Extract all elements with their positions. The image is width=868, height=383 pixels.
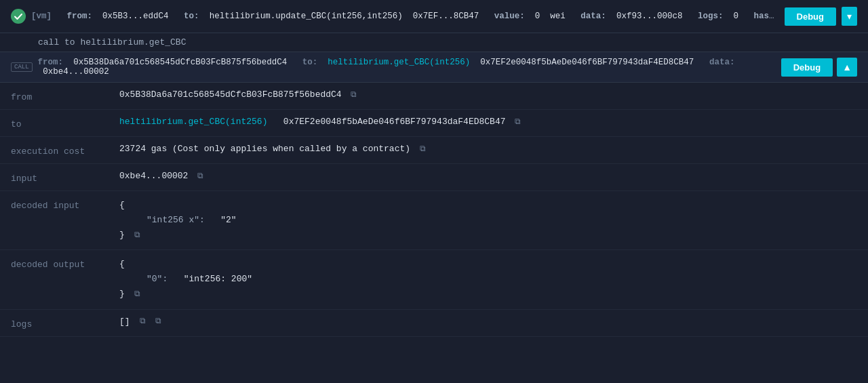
decoded-output-label: decoded output bbox=[0, 250, 108, 309]
decoded-output-entry: "0": "int256: 200" bbox=[119, 272, 857, 287]
call-text: from: 0x5B38Da6a701c568545dCfcB03FcB875f… bbox=[38, 58, 776, 77]
detail-table: from 0x5B38Da6a701c568545dCfcB03FcB875f5… bbox=[0, 83, 868, 337]
decoded-input-label: decoded input bbox=[0, 191, 108, 250]
from-row-label: from bbox=[0, 83, 108, 110]
to-row-label: to bbox=[0, 110, 108, 137]
call-data-label: data: bbox=[709, 58, 735, 67]
decoded-input-copy-icon[interactable]: ⧉ bbox=[134, 228, 140, 242]
call-from-label: from: bbox=[38, 58, 64, 67]
logs-content: [] ⧉ ⧉ bbox=[119, 317, 857, 327]
decoded-input-close: } bbox=[119, 228, 125, 243]
call-line: call to heltilibrium.get_CBC bbox=[0, 33, 868, 52]
from-label: from: bbox=[67, 12, 93, 21]
transaction-text: [vm] from: 0x5B3...eddC4 to: heltilibriu… bbox=[31, 12, 779, 21]
logs-copy-icon-2[interactable]: ⧉ bbox=[155, 317, 161, 326]
decoded-input-val: "2" bbox=[220, 215, 236, 225]
call-row: CALL from: 0x5B38Da6a701c568545dCfcB03Fc… bbox=[0, 52, 868, 83]
input-value: 0xbe4...00002 ⧉ bbox=[108, 164, 868, 191]
decoded-input-close-row: } ⧉ bbox=[119, 228, 857, 243]
value-num: 0 bbox=[535, 12, 540, 21]
chevron-down-button-tx[interactable]: ▾ bbox=[842, 7, 857, 26]
relay-value: 0x7EF...8CB47 bbox=[413, 12, 479, 21]
call-badge: CALL bbox=[11, 62, 33, 72]
logs-value: [] ⧉ ⧉ bbox=[108, 309, 868, 336]
call-from-value: 0x5B38Da6a701c568545dCfcB03FcB875f56bedd… bbox=[73, 58, 287, 67]
svg-point-0 bbox=[11, 9, 26, 24]
execution-cost-copy-icon[interactable]: ⧉ bbox=[420, 144, 426, 154]
from-row: from 0x5B38Da6a701c568545dCfcB03FcB875f5… bbox=[0, 83, 868, 110]
decoded-input-row: decoded input { "int256 x": "2" } ⧉ bbox=[0, 191, 868, 250]
decoded-output-val: "int256: 200" bbox=[184, 274, 252, 284]
decoded-output-open: { bbox=[119, 257, 857, 272]
from-copy-icon[interactable]: ⧉ bbox=[351, 90, 357, 100]
data-value: 0xf93...000c8 bbox=[616, 12, 683, 21]
decoded-output-row: decoded output { "0": "int256: 200" } ⧉ bbox=[0, 250, 868, 309]
success-check-icon bbox=[11, 9, 26, 24]
decoded-output-key: "0": bbox=[146, 274, 167, 284]
call-right-actions: Debug ▲ bbox=[781, 58, 857, 77]
decoded-input-open: { bbox=[119, 198, 857, 213]
from-value: 0x5B3...eddC4 bbox=[102, 12, 169, 21]
decoded-output-json: { "0": "int256: 200" } ⧉ bbox=[119, 257, 857, 302]
debug-button-tx[interactable]: Debug bbox=[785, 7, 836, 26]
to-row: to heltilibrium.get_CBC(int256) 0x7EF2e0… bbox=[0, 110, 868, 137]
decoded-output-close: } bbox=[119, 287, 125, 302]
decoded-input-json: { "int256 x": "2" } ⧉ bbox=[119, 198, 857, 243]
call-to-label: to: bbox=[302, 58, 318, 67]
to-value: heltilibrium.update_CBC(int256,int256) bbox=[210, 12, 403, 21]
input-row: input 0xbe4...00002 ⧉ bbox=[0, 164, 868, 191]
transaction-row: [vm] from: 0x5B3...eddC4 to: heltilibriu… bbox=[0, 0, 868, 33]
wei-label: wei bbox=[550, 12, 566, 21]
logs-label: logs: bbox=[698, 12, 724, 21]
decoded-input-key: "int256 x": bbox=[146, 215, 205, 225]
from-row-value: 0x5B38Da6a701c568545dCfcB03FcB875f56bedd… bbox=[108, 83, 868, 110]
hash-label: hash: bbox=[753, 12, 778, 21]
input-copy-icon[interactable]: ⧉ bbox=[197, 172, 203, 181]
decoded-output-copy-icon[interactable]: ⧉ bbox=[134, 287, 140, 301]
input-label: input bbox=[0, 164, 108, 191]
to-copy-icon[interactable]: ⧉ bbox=[515, 117, 521, 127]
execution-cost-label: execution cost bbox=[0, 137, 108, 164]
logs-copy-icon-1[interactable]: ⧉ bbox=[140, 317, 146, 326]
call-to-fn: heltilibrium.get_CBC(int256) bbox=[328, 58, 470, 67]
logs-num: 0 bbox=[733, 12, 738, 21]
call-data-value: 0xbe4...00002 bbox=[43, 67, 109, 77]
debug-button-call[interactable]: Debug bbox=[781, 58, 833, 77]
logs-row: logs [] ⧉ ⧉ bbox=[0, 309, 868, 336]
data-label: data: bbox=[580, 12, 606, 21]
decoded-output-value: { "0": "int256: 200" } ⧉ bbox=[108, 250, 868, 309]
decoded-output-close-row: } ⧉ bbox=[119, 287, 857, 302]
vm-label: [vm] bbox=[31, 12, 52, 21]
to-row-value: heltilibrium.get_CBC(int256) 0x7EF2e0048… bbox=[108, 110, 868, 137]
execution-cost-row: execution cost 23724 gas (Cost only appl… bbox=[0, 137, 868, 164]
call-to-addr: 0x7EF2e0048f5bAeDe046f6BF797943daF4ED8CB… bbox=[480, 58, 694, 67]
decoded-input-value: { "int256 x": "2" } ⧉ bbox=[108, 191, 868, 250]
logs-label: logs bbox=[0, 309, 108, 336]
value-label: value: bbox=[494, 12, 525, 21]
chevron-up-button-call[interactable]: ▲ bbox=[837, 58, 857, 77]
to-label: to: bbox=[184, 12, 199, 21]
execution-cost-value: 23724 gas (Cost only applies when called… bbox=[108, 137, 868, 164]
decoded-input-entry: "int256 x": "2" bbox=[119, 213, 857, 228]
